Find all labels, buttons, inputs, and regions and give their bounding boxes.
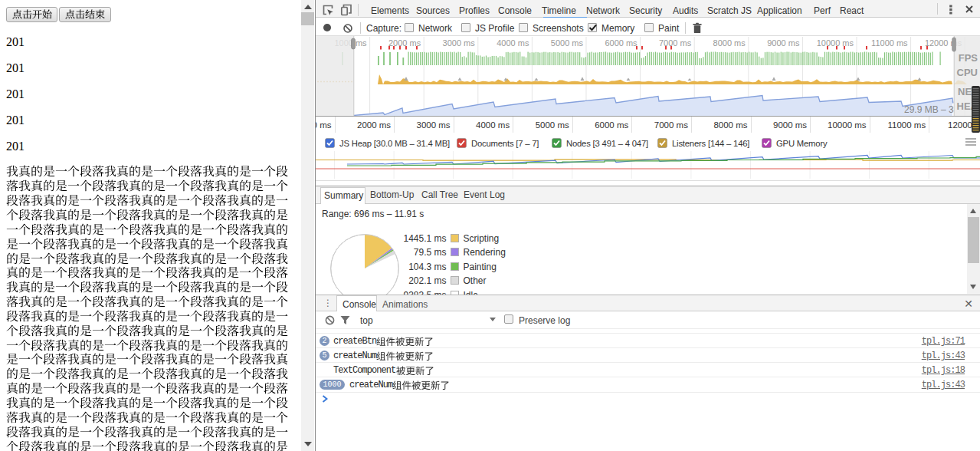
svg-text:8000 ms: 8000 ms	[713, 38, 746, 48]
svg-text:3000 ms: 3000 ms	[443, 38, 476, 48]
svg-text:9000 ms: 9000 ms	[767, 38, 800, 48]
svg-text:6000 ms: 6000 ms	[605, 38, 637, 48]
svg-text:CPU: CPU	[957, 67, 978, 78]
svg-text:7000 ms: 7000 ms	[659, 38, 692, 48]
svg-text:5000 ms: 5000 ms	[551, 38, 584, 48]
svg-text:4000 ms: 4000 ms	[497, 38, 529, 48]
svg-text:10000 ms: 10000 ms	[817, 38, 854, 48]
svg-text:FPS: FPS	[959, 52, 978, 64]
svg-text:11000 ms: 11000 ms	[871, 38, 908, 48]
svg-text:29.9 MB – 3: 29.9 MB – 3	[904, 104, 954, 115]
